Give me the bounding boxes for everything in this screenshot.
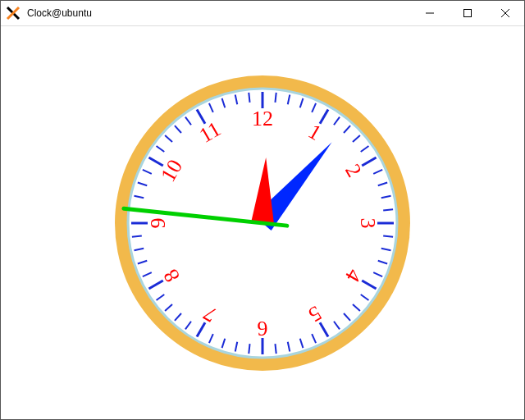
x11-icon bbox=[6, 6, 21, 21]
titlebar[interactable]: Clock@ubuntu bbox=[1, 1, 524, 26]
minute-tick bbox=[275, 344, 276, 354]
clock-numeral: 9 bbox=[146, 217, 170, 228]
minute-tick bbox=[383, 209, 393, 210]
close-icon bbox=[501, 9, 509, 17]
analog-clock: 121234567891011 bbox=[98, 59, 427, 387]
minute-tick bbox=[249, 344, 249, 354]
clock-numeral: 12 bbox=[252, 106, 273, 130]
window-title: Clock@ubuntu bbox=[27, 7, 92, 19]
minute-tick bbox=[132, 235, 142, 236]
clock-numeral: 6 bbox=[258, 316, 268, 340]
minimize-button[interactable] bbox=[411, 1, 449, 25]
svg-rect-3 bbox=[464, 10, 472, 17]
maximize-button[interactable] bbox=[449, 1, 486, 25]
minute-tick bbox=[249, 92, 249, 102]
minute-tick bbox=[383, 235, 393, 236]
content-area: 121234567891011 bbox=[1, 26, 524, 419]
app-window: Clock@ubuntu 121234567891011 bbox=[0, 0, 525, 420]
minute-tick bbox=[275, 92, 276, 102]
minimize-icon bbox=[426, 9, 434, 17]
close-button[interactable] bbox=[486, 1, 524, 25]
clock-numeral: 3 bbox=[356, 217, 380, 228]
maximize-icon bbox=[463, 9, 472, 17]
